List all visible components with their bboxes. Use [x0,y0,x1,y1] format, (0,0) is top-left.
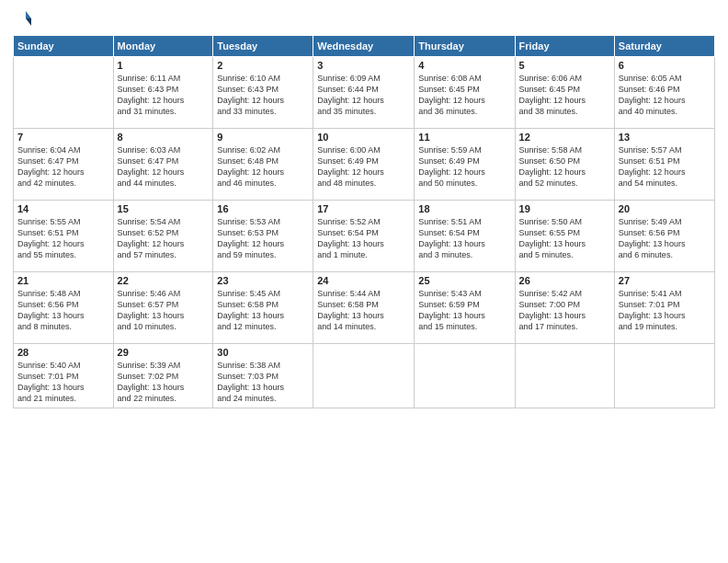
calendar-day-cell: 14Sunrise: 5:55 AM Sunset: 6:51 PM Dayli… [14,201,114,272]
day-info: Sunrise: 5:50 AM Sunset: 6:55 PM Dayligh… [519,216,610,261]
calendar-day-cell: 28Sunrise: 5:40 AM Sunset: 7:01 PM Dayli… [14,344,114,408]
day-number: 25 [418,275,510,286]
day-info: Sunrise: 5:42 AM Sunset: 7:00 PM Dayligh… [519,288,610,333]
day-info: Sunrise: 5:52 AM Sunset: 6:54 PM Dayligh… [317,216,410,261]
calendar-week-row: 14Sunrise: 5:55 AM Sunset: 6:51 PM Dayli… [14,201,715,272]
day-info: Sunrise: 5:43 AM Sunset: 6:59 PM Dayligh… [418,288,510,333]
logo [13,9,35,29]
calendar-day-cell [614,344,714,408]
day-info: Sunrise: 6:10 AM Sunset: 6:43 PM Dayligh… [217,73,309,118]
day-number: 22 [118,275,210,286]
calendar-day-cell: 19Sunrise: 5:50 AM Sunset: 6:55 PM Dayli… [515,201,614,272]
calendar-weekday-header: Saturday [614,36,714,57]
calendar-day-cell: 3Sunrise: 6:09 AM Sunset: 6:44 PM Daylig… [313,57,415,129]
day-number: 9 [217,132,309,143]
svg-marker-0 [26,11,31,18]
day-info: Sunrise: 5:57 AM Sunset: 6:51 PM Dayligh… [619,144,711,190]
calendar-header-row: SundayMondayTuesdayWednesdayThursdayFrid… [14,36,715,57]
calendar-day-cell: 5Sunrise: 6:06 AM Sunset: 6:45 PM Daylig… [515,57,614,129]
day-number: 7 [17,132,109,143]
calendar-day-cell: 10Sunrise: 6:00 AM Sunset: 6:49 PM Dayli… [313,129,415,201]
page-header [13,9,715,29]
day-number: 18 [418,203,510,214]
calendar-day-cell: 30Sunrise: 5:38 AM Sunset: 7:03 PM Dayli… [213,344,313,408]
calendar-weekday-header: Tuesday [213,36,313,57]
calendar-day-cell: 25Sunrise: 5:43 AM Sunset: 6:59 PM Dayli… [415,272,515,344]
calendar-week-row: 7Sunrise: 6:04 AM Sunset: 6:47 PM Daylig… [14,129,715,201]
day-number: 26 [519,275,610,286]
calendar-table: SundayMondayTuesdayWednesdayThursdayFrid… [13,35,715,408]
calendar-day-cell: 18Sunrise: 5:51 AM Sunset: 6:54 PM Dayli… [415,201,515,272]
calendar-weekday-header: Thursday [415,36,515,57]
calendar-weekday-header: Monday [113,36,213,57]
day-info: Sunrise: 5:51 AM Sunset: 6:54 PM Dayligh… [418,216,510,261]
day-info: Sunrise: 6:03 AM Sunset: 6:47 PM Dayligh… [118,144,210,190]
calendar-week-row: 1Sunrise: 6:11 AM Sunset: 6:43 PM Daylig… [14,57,715,129]
day-number: 15 [118,203,210,214]
calendar-day-cell: 24Sunrise: 5:44 AM Sunset: 6:58 PM Dayli… [313,272,415,344]
day-number: 8 [118,132,210,143]
day-number: 16 [217,203,309,214]
day-number: 20 [619,203,711,214]
calendar-day-cell [313,344,415,408]
calendar-day-cell: 4Sunrise: 6:08 AM Sunset: 6:45 PM Daylig… [415,57,515,129]
day-info: Sunrise: 5:55 AM Sunset: 6:51 PM Dayligh… [17,216,109,261]
svg-marker-1 [26,18,31,26]
calendar-day-cell: 8Sunrise: 6:03 AM Sunset: 6:47 PM Daylig… [113,129,213,201]
calendar-day-cell: 22Sunrise: 5:46 AM Sunset: 6:57 PM Dayli… [113,272,213,344]
calendar-day-cell [515,344,614,408]
day-info: Sunrise: 6:00 AM Sunset: 6:49 PM Dayligh… [317,144,410,190]
day-number: 24 [317,275,410,286]
calendar-day-cell [415,344,515,408]
calendar-day-cell: 21Sunrise: 5:48 AM Sunset: 6:56 PM Dayli… [14,272,114,344]
day-number: 27 [619,275,711,286]
day-number: 6 [619,60,711,71]
day-number: 10 [317,132,410,143]
calendar-day-cell: 17Sunrise: 5:52 AM Sunset: 6:54 PM Dayli… [313,201,415,272]
calendar-day-cell: 20Sunrise: 5:49 AM Sunset: 6:56 PM Dayli… [614,201,714,272]
calendar-day-cell: 1Sunrise: 6:11 AM Sunset: 6:43 PM Daylig… [113,57,213,129]
day-number: 1 [118,60,210,71]
calendar-weekday-header: Sunday [14,36,114,57]
calendar-day-cell: 16Sunrise: 5:53 AM Sunset: 6:53 PM Dayli… [213,201,313,272]
day-number: 29 [118,347,210,358]
day-info: Sunrise: 6:04 AM Sunset: 6:47 PM Dayligh… [17,144,109,190]
calendar-week-row: 21Sunrise: 5:48 AM Sunset: 6:56 PM Dayli… [14,272,715,344]
day-number: 12 [519,132,610,143]
day-info: Sunrise: 6:09 AM Sunset: 6:44 PM Dayligh… [317,73,410,118]
day-info: Sunrise: 6:05 AM Sunset: 6:46 PM Dayligh… [619,73,711,118]
calendar-day-cell: 7Sunrise: 6:04 AM Sunset: 6:47 PM Daylig… [14,129,114,201]
calendar-day-cell: 26Sunrise: 5:42 AM Sunset: 7:00 PM Dayli… [515,272,614,344]
day-info: Sunrise: 5:46 AM Sunset: 6:57 PM Dayligh… [118,288,210,333]
logo-icon [13,9,33,29]
day-number: 14 [17,203,109,214]
day-info: Sunrise: 5:38 AM Sunset: 7:03 PM Dayligh… [217,360,309,405]
day-info: Sunrise: 6:08 AM Sunset: 6:45 PM Dayligh… [418,73,510,118]
day-info: Sunrise: 5:39 AM Sunset: 7:02 PM Dayligh… [118,360,210,405]
calendar-day-cell: 6Sunrise: 6:05 AM Sunset: 6:46 PM Daylig… [614,57,714,129]
day-number: 23 [217,275,309,286]
calendar-weekday-header: Wednesday [313,36,415,57]
day-number: 11 [418,132,510,143]
calendar-week-row: 28Sunrise: 5:40 AM Sunset: 7:01 PM Dayli… [14,344,715,408]
page-container: SundayMondayTuesdayWednesdayThursdayFrid… [0,0,728,418]
calendar-day-cell: 13Sunrise: 5:57 AM Sunset: 6:51 PM Dayli… [614,129,714,201]
day-info: Sunrise: 6:11 AM Sunset: 6:43 PM Dayligh… [118,73,210,118]
day-number: 17 [317,203,410,214]
calendar-day-cell: 9Sunrise: 6:02 AM Sunset: 6:48 PM Daylig… [213,129,313,201]
calendar-day-cell: 12Sunrise: 5:58 AM Sunset: 6:50 PM Dayli… [515,129,614,201]
day-number: 3 [317,60,410,71]
day-info: Sunrise: 5:49 AM Sunset: 6:56 PM Dayligh… [619,216,711,261]
calendar-day-cell [14,57,114,129]
day-info: Sunrise: 5:53 AM Sunset: 6:53 PM Dayligh… [217,216,309,261]
day-info: Sunrise: 5:48 AM Sunset: 6:56 PM Dayligh… [17,288,109,333]
calendar-day-cell: 29Sunrise: 5:39 AM Sunset: 7:02 PM Dayli… [113,344,213,408]
calendar-day-cell: 2Sunrise: 6:10 AM Sunset: 6:43 PM Daylig… [213,57,313,129]
day-number: 5 [519,60,610,71]
day-number: 19 [519,203,610,214]
day-number: 4 [418,60,510,71]
calendar-day-cell: 23Sunrise: 5:45 AM Sunset: 6:58 PM Dayli… [213,272,313,344]
day-info: Sunrise: 5:40 AM Sunset: 7:01 PM Dayligh… [17,360,109,405]
day-info: Sunrise: 6:06 AM Sunset: 6:45 PM Dayligh… [519,73,610,118]
day-info: Sunrise: 5:58 AM Sunset: 6:50 PM Dayligh… [519,144,610,190]
